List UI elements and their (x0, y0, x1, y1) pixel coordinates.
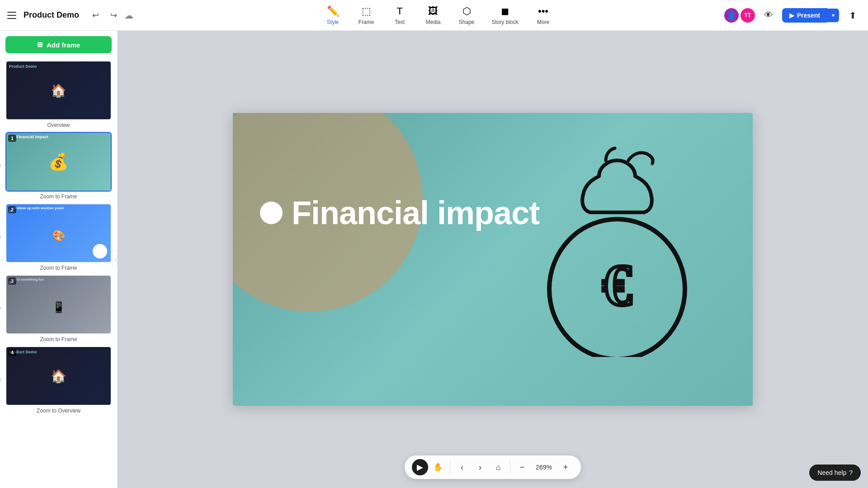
nav-separator-1 (450, 461, 450, 474)
tool-text[interactable]: T Text (384, 3, 415, 28)
tool-storyblock[interactable]: ◼ Story block (484, 3, 525, 28)
slide-number-4: 4 (8, 349, 16, 356)
money-bag: € (536, 140, 698, 359)
slide-item-1[interactable]: Financial impact 💰 1 Zoom to Frame (5, 132, 112, 200)
slide-number-2: 2 (8, 206, 16, 213)
frame-icon: ⬚ (362, 5, 371, 17)
sidebar-collapse-button[interactable]: ‹ (112, 250, 118, 268)
slide-thumb-img-overview: 🏠 Product Demo (6, 61, 111, 119)
mini-title-1: Financial impact (16, 135, 48, 139)
slide-thumb-3[interactable]: Put something fun 📱 3 (5, 275, 112, 334)
cloud-icon: ☁ (124, 10, 133, 21)
present-main-button[interactable]: ▶ Present (782, 8, 827, 23)
slide-item-4[interactable]: 🏠 Product Demo 4 Zoom to Overview (5, 346, 112, 414)
app-title: Product Demo (24, 10, 79, 20)
zoom-display: 269% (532, 464, 556, 471)
tool-more[interactable]: ••• More (528, 3, 559, 28)
hand-tool-button[interactable]: ✋ (430, 459, 446, 475)
add-frame-button[interactable]: ⊞ Add frame (5, 36, 112, 53)
need-help-label: Need help (817, 469, 846, 476)
slide-thumb-overview[interactable]: 🏠 Product Demo (5, 61, 112, 120)
slide-thumb-img-2: Follow up with another point 🎨 (6, 204, 111, 262)
avatar-tt: TT (741, 8, 755, 23)
avatar-group: 👤 TT (724, 8, 755, 23)
main: ⊞ Add frame 🏠 Product Demo Overview (0, 31, 868, 488)
canvas-area: Financial impact € ▶ ✋ (118, 31, 868, 488)
redo-button[interactable]: ↪ (106, 8, 121, 23)
slide-label-2: Zoom to Frame (5, 265, 112, 271)
undo-button[interactable]: ↩ (88, 8, 103, 23)
prev-slide-button[interactable]: ‹ (454, 459, 470, 475)
slide-number-3: 3 (8, 277, 16, 285)
zoom-out-button[interactable]: − (514, 459, 530, 475)
toolbar: ✏️ Style ⬚ Frame T Text 🖼 Media ⬡ Shape … (152, 3, 724, 28)
svg-text:€: € (603, 253, 632, 318)
slide-item-3[interactable]: Put something fun 📱 3 Zoom to Frame (5, 275, 112, 343)
add-frame-icon: ⊞ (37, 41, 43, 49)
slide-label-3: Zoom to Frame (5, 336, 112, 343)
present-dropdown-button[interactable]: ▾ (827, 9, 839, 22)
tool-frame[interactable]: ⬚ Frame (350, 3, 382, 28)
history-controls: ↩ ↪ ☁ (88, 8, 133, 23)
slide-thumb-4[interactable]: 🏠 Product Demo 4 (5, 346, 112, 406)
avatar-person: 👤 (724, 8, 739, 23)
media-icon: 🖼 (428, 5, 438, 17)
slide-item-overview[interactable]: 🏠 Product Demo Overview (5, 61, 112, 128)
slide-thumb-img-1: Financial impact 💰 (6, 133, 111, 191)
slide-thumb-2[interactable]: Follow up with another point 🎨 2 (5, 203, 112, 263)
zoom-in-button[interactable]: + (557, 459, 574, 475)
topbar: Product Demo ↩ ↪ ☁ ✏️ Style ⬚ Frame T Te… (0, 0, 868, 31)
slide-item-2[interactable]: Follow up with another point 🎨 2 Zoom to… (5, 203, 112, 271)
present-button-group[interactable]: ▶ Present ▾ (782, 8, 839, 23)
storyblock-icon: ◼ (501, 5, 509, 17)
help-icon: ? (849, 469, 853, 476)
sidebar: ⊞ Add frame 🏠 Product Demo Overview (0, 31, 118, 488)
slide-title-text: Financial impact (292, 194, 539, 231)
nav-separator-2 (510, 461, 510, 474)
menu-button[interactable] (7, 10, 18, 21)
more-icon: ••• (538, 5, 548, 17)
preview-button[interactable]: 👁 (760, 7, 777, 23)
play-mode-button[interactable]: ▶ (412, 459, 428, 475)
topbar-right: 👤 TT 👁 ▶ Present ▾ ⬆ (724, 7, 861, 23)
tool-media[interactable]: 🖼 Media (417, 3, 449, 28)
slide-title-area: Financial impact (260, 194, 539, 231)
topbar-left: Product Demo ↩ ↪ ☁ (7, 8, 152, 23)
text-icon: T (396, 5, 402, 17)
bottom-navigation: ▶ ✋ ‹ › ⌂ − 269% + (405, 455, 581, 479)
slide-thumb-1[interactable]: Financial impact 💰 1 (5, 132, 112, 192)
title-dot (260, 202, 283, 224)
style-icon: ✏️ (327, 5, 339, 17)
need-help-button[interactable]: Need help ? (809, 465, 861, 481)
tool-style[interactable]: ✏️ Style (317, 3, 349, 28)
slide-thumb-img-3: Put something fun 📱 (6, 276, 111, 333)
slide-label-overview: Overview (5, 122, 112, 128)
shape-icon: ⬡ (462, 5, 471, 17)
slide-thumb-img-4: 🏠 Product Demo (6, 347, 111, 405)
slide-number-1: 1 (8, 135, 16, 142)
tool-shape[interactable]: ⬡ Shape (451, 3, 482, 28)
next-slide-button[interactable]: › (472, 459, 488, 475)
share-button[interactable]: ⬆ (844, 7, 861, 23)
slide-canvas: Financial impact € (233, 113, 753, 406)
slide-label-4: Zoom to Overview (5, 408, 112, 414)
slide-label-1: Zoom to Frame (5, 193, 112, 200)
play-icon: ▶ (789, 12, 794, 19)
home-button[interactable]: ⌂ (490, 459, 506, 475)
